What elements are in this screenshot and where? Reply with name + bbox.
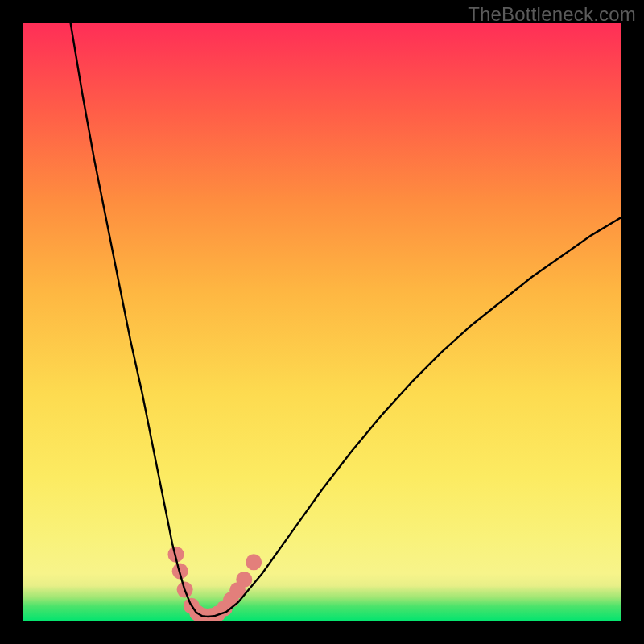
plot-area: [23, 23, 621, 621]
data-marker: [236, 572, 252, 588]
chart-frame: TheBottleneck.com: [0, 0, 644, 644]
chart-svg: [23, 23, 621, 621]
data-marker: [246, 554, 262, 570]
watermark-text: TheBottleneck.com: [468, 3, 636, 26]
bottleneck-curve: [71, 23, 621, 617]
marker-group: [167, 547, 262, 621]
